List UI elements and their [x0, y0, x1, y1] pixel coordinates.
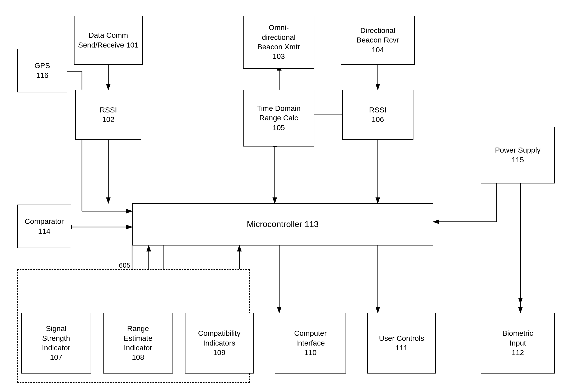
rssi-106-label: RSSI106: [369, 105, 386, 125]
rssi-102-label: RSSI102: [100, 105, 117, 125]
signal-strength-block: SignalStrengthIndicator107: [21, 313, 91, 374]
signal-strength-label: SignalStrengthIndicator107: [42, 324, 70, 362]
biometric-input-block: BiometricInput112: [481, 313, 555, 374]
directional-beacon-block: DirectionalBeacon Rcvr104: [341, 16, 415, 65]
omni-beacon-block: Omni-directionalBeacon Xmtr103: [243, 16, 314, 69]
directional-beacon-label: DirectionalBeacon Rcvr104: [357, 26, 399, 55]
comparator-block: Comparator114: [17, 205, 71, 248]
range-estimate-label: RangeEstimateIndicator108: [124, 324, 152, 362]
user-controls-block: User Controls111: [367, 313, 436, 374]
compatibility-block: CompatibilityIndicators109: [185, 313, 254, 374]
user-controls-label: User Controls111: [379, 334, 424, 353]
rssi-106-block: RSSI106: [342, 90, 413, 140]
biometric-input-label: BiometricInput112: [502, 329, 533, 357]
range-estimate-block: RangeEstimateIndicator108: [103, 313, 173, 374]
rssi-102-block: RSSI102: [75, 90, 141, 140]
microcontroller-label: Microcontroller 113: [247, 219, 319, 230]
power-supply-label: Power Supply115: [495, 145, 541, 165]
comparator-label: Comparator114: [25, 217, 64, 236]
time-domain-label: Time DomainRange Calc105: [257, 104, 300, 133]
computer-interface-block: ComputerInterface110: [275, 313, 346, 374]
gps-block: GPS116: [17, 49, 67, 92]
data-comm-label: Data Comm Send/Receive 101: [77, 31, 140, 50]
computer-interface-label: ComputerInterface110: [294, 329, 327, 357]
gps-label: GPS116: [34, 61, 50, 80]
microcontroller-block: Microcontroller 113: [132, 203, 433, 245]
data-comm-block: Data Comm Send/Receive 101: [74, 16, 143, 65]
omni-beacon-label: Omni-directionalBeacon Xmtr103: [257, 23, 300, 62]
compatibility-label: CompatibilityIndicators109: [198, 329, 240, 357]
power-supply-block: Power Supply115: [481, 127, 555, 183]
time-domain-block: Time DomainRange Calc105: [243, 90, 314, 147]
group-605-label: 605: [119, 261, 130, 270]
diagram: Data Comm Send/Receive 101 Omni-directio…: [0, 0, 573, 392]
